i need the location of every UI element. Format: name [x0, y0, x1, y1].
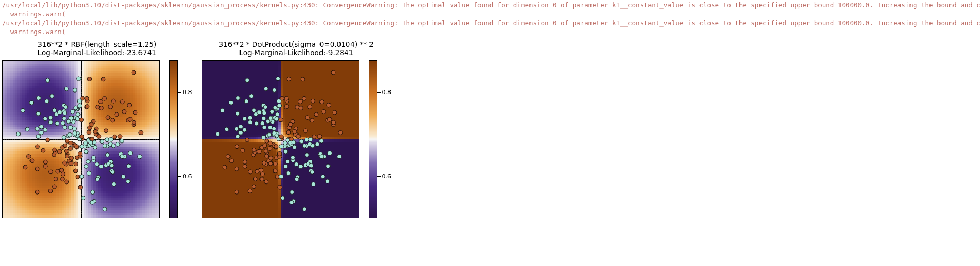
subplot-title: 316**2 * DotProduct(sigma_0=0.0104) ** 2… [219, 40, 374, 58]
colorbar-tick-label: 0.6 [382, 173, 392, 180]
title-line-1: 316**2 * DotProduct(sigma_0=0.0104) ** 2 [219, 40, 374, 49]
colorbar-dotproduct: 0.80.60.40.2 [369, 60, 392, 218]
colorbar-ticks: 0.80.60.40.2 [178, 60, 192, 218]
title-line-1: 316**2 * RBF(length_scale=1.25) [37, 40, 156, 49]
colorbar-gradient [369, 60, 377, 218]
colorbar-gradient [169, 60, 178, 218]
title-line-2: Log-Marginal-Likelihood:-9.2841 [219, 48, 374, 57]
subplot-title: 316**2 * RBF(length_scale=1.25) Log-Marg… [37, 40, 156, 58]
colorbar-tick-label: 0.8 [183, 89, 192, 96]
subplot-dotproduct: 316**2 * DotProduct(sigma_0=0.0104) ** 2… [202, 40, 392, 219]
subplot-rbf: 316**2 * RBF(length_scale=1.25) Log-Marg… [2, 40, 192, 219]
figure: 316**2 * RBF(length_scale=1.25) Log-Marg… [0, 38, 980, 224]
colorbar-tick-label: 0.8 [382, 89, 392, 96]
colorbar-tick-label: 0.6 [183, 173, 192, 180]
colorbar-ticks: 0.80.60.40.2 [377, 60, 392, 218]
axes-dotproduct [202, 60, 359, 218]
python-warning-output: /usr/local/lib/python3.10/dist-packages/… [0, 0, 980, 38]
heatmap-dotproduct [202, 61, 359, 218]
heatmap-rbf [3, 61, 159, 218]
colorbar-rbf: 0.80.60.40.2 [169, 60, 192, 218]
axes-rbf [2, 60, 160, 218]
title-line-2: Log-Marginal-Likelihood:-23.6741 [37, 48, 156, 57]
